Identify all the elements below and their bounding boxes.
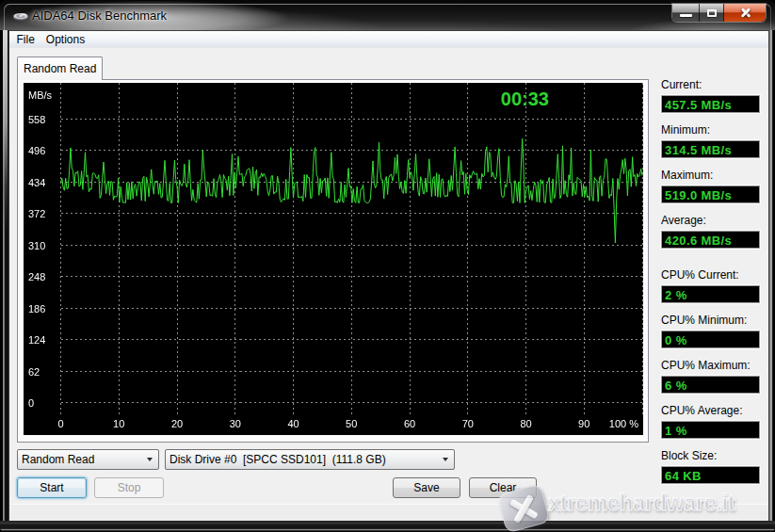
svg-text:10: 10: [113, 418, 124, 429]
svg-text:62: 62: [28, 366, 40, 378]
svg-text:90: 90: [578, 418, 589, 429]
svg-text:20: 20: [171, 418, 183, 429]
svg-text:0: 0: [28, 397, 34, 409]
svg-text:00:33: 00:33: [501, 89, 549, 109]
svg-text:372: 372: [28, 208, 45, 219]
svg-text:80: 80: [520, 418, 531, 429]
svg-text:MB/s: MB/s: [28, 89, 53, 101]
svg-text:0: 0: [57, 418, 63, 429]
svg-text:186: 186: [28, 303, 45, 314]
svg-text:310: 310: [28, 240, 45, 251]
svg-text:70: 70: [462, 418, 474, 429]
svg-text:124: 124: [28, 334, 45, 346]
svg-text:100 %: 100 %: [609, 418, 638, 429]
svg-text:496: 496: [28, 145, 45, 156]
svg-text:434: 434: [28, 177, 45, 188]
svg-text:30: 30: [230, 418, 241, 429]
svg-text:50: 50: [346, 418, 357, 429]
svg-text:60: 60: [404, 418, 415, 429]
svg-text:558: 558: [28, 114, 45, 125]
svg-text:40: 40: [287, 418, 299, 429]
svg-text:248: 248: [28, 271, 45, 282]
